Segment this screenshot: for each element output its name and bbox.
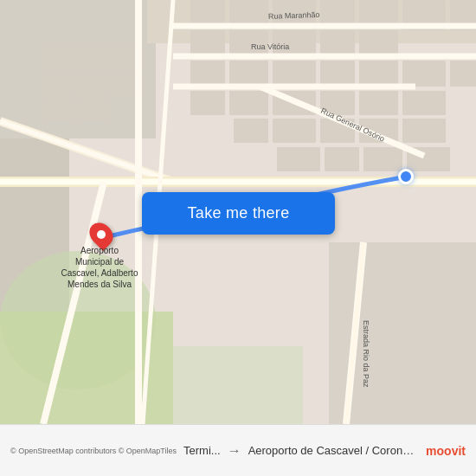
svg-rect-43	[78, 48, 108, 69]
take-me-there-button[interactable]: Take me there	[142, 192, 335, 235]
svg-rect-42	[43, 48, 74, 69]
svg-rect-32	[402, 91, 446, 115]
svg-rect-11	[320, 0, 355, 26]
svg-rect-15	[190, 30, 225, 56]
svg-rect-25	[402, 61, 446, 87]
svg-rect-12	[359, 0, 398, 26]
svg-rect-6	[173, 346, 303, 424]
svg-text:Estrada Rio da Paz: Estrada Rio da Paz	[362, 320, 370, 388]
svg-rect-48	[43, 100, 74, 121]
bottom-bar: © OpenStreetMap contributors © OpenMapTi…	[0, 424, 476, 476]
arrow-icon: →	[228, 443, 241, 459]
svg-rect-24	[359, 61, 398, 87]
svg-rect-9	[229, 0, 268, 26]
svg-rect-45	[43, 74, 74, 95]
svg-text:Rua Vitória: Rua Vitória	[251, 42, 289, 51]
attribution-text: © OpenStreetMap contributors © OpenMapTi…	[10, 447, 177, 455]
button-label: Take me there	[188, 204, 290, 222]
svg-rect-33	[234, 119, 268, 143]
svg-rect-27	[190, 91, 225, 115]
user-location-dot	[398, 169, 414, 184]
svg-rect-20	[190, 61, 225, 87]
svg-rect-38	[277, 147, 320, 171]
svg-rect-34	[273, 119, 316, 143]
svg-rect-46	[78, 74, 108, 95]
destination-text: Aeroporto de Cascavel / Coronel Adalber.…	[248, 444, 419, 457]
svg-rect-22	[273, 61, 316, 87]
svg-rect-8	[190, 0, 225, 26]
destination-marker	[91, 222, 112, 248]
svg-rect-21	[229, 61, 268, 87]
svg-rect-28	[229, 91, 268, 115]
svg-rect-26	[450, 61, 476, 87]
map-container: Rua Maranhão Rua Vitória Rua General Osó…	[0, 0, 476, 424]
svg-rect-37	[402, 119, 446, 143]
svg-text:Rua Maranhão: Rua Maranhão	[268, 10, 320, 21]
origin-text: Termi...	[183, 444, 221, 457]
map-attribution: © OpenStreetMap contributors © OpenMapTi…	[10, 447, 177, 455]
navigation-info: Termi... → Aeroporto de Cascavel / Coron…	[177, 443, 426, 459]
moovit-text: moovit	[426, 444, 466, 458]
svg-rect-49	[78, 100, 108, 121]
svg-rect-40	[363, 147, 402, 171]
airport-label: AeroportoMunicipal deCascavel, Adalberto…	[61, 245, 138, 290]
svg-rect-19	[359, 30, 398, 56]
svg-rect-39	[325, 147, 359, 171]
svg-rect-31	[359, 91, 398, 115]
svg-rect-18	[320, 30, 355, 56]
moovit-logo: moovit	[426, 444, 466, 458]
svg-rect-23	[320, 61, 355, 87]
